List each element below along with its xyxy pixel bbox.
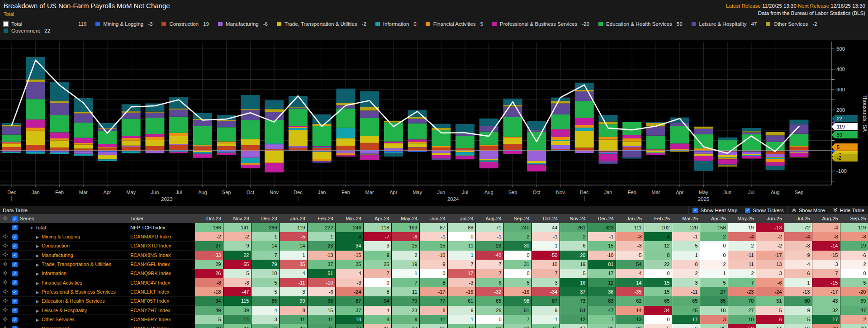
- row-checkbox[interactable]: ✓: [10, 324, 20, 328]
- ticker[interactable]: ECANMAYU Index: [130, 234, 172, 239]
- table-row-manufacturing[interactable]: ✓▶ManufacturingECANX8NS Index-332271-13-…: [0, 251, 868, 260]
- series-name[interactable]: Education & Health Services: [42, 298, 104, 304]
- legend-item-education-health-services[interactable]: Education & Health Services59: [598, 21, 683, 27]
- legend-item-professional-business-services[interactable]: Professional & Business Services-20: [492, 21, 589, 27]
- expand-caret-icon[interactable]: ▶: [36, 272, 42, 276]
- table-row-professional-business-services[interactable]: ✓▶Professional & Business ServicesECANLL…: [0, 287, 868, 296]
- legend-item-mining-logging[interactable]: Mining & Logging-3: [95, 21, 152, 27]
- show-tickers-toggle[interactable]: ✓ Show Tickers: [741, 206, 787, 214]
- series-name[interactable]: Trade, Transportation & Utilities: [42, 261, 111, 267]
- ticker[interactable]: ECANQ9RK Index: [130, 271, 171, 276]
- row-checkbox[interactable]: ✓: [10, 296, 20, 305]
- move-icon[interactable]: [3, 289, 8, 294]
- row-checkbox[interactable]: ✓: [10, 315, 20, 324]
- row-checkbox[interactable]: ✓: [10, 278, 20, 287]
- expand-caret-icon[interactable]: ▶: [36, 244, 42, 248]
- move-icon[interactable]: [3, 317, 8, 322]
- legend-item-other-services[interactable]: Other Services-2: [766, 21, 817, 27]
- ticker[interactable]: ECANRXTD Index: [130, 243, 171, 248]
- month-column-header[interactable]: Dec-23: [251, 214, 279, 223]
- expand-caret-icon[interactable]: ▶: [36, 299, 42, 304]
- checkbox-icon[interactable]: ✓: [12, 290, 18, 295]
- month-column-header[interactable]: Jun-25: [756, 214, 784, 223]
- month-column-header[interactable]: Feb-25: [644, 214, 672, 223]
- row-checkbox[interactable]: ✓: [10, 287, 20, 296]
- table-row-financial-activities[interactable]: ✓▶Financial ActivitiesECAN9C4V Index-8-3…: [0, 278, 868, 287]
- row-checkbox[interactable]: ✓: [10, 306, 20, 315]
- checkbox-icon[interactable]: ✓: [12, 317, 18, 323]
- series-name[interactable]: Professional & Business Services: [42, 289, 116, 295]
- month-column-header[interactable]: Sep-24: [503, 214, 531, 223]
- month-column-header[interactable]: Oct-24: [531, 214, 560, 223]
- series-name[interactable]: Government: [42, 326, 69, 328]
- ticker[interactable]: ECAN4GFL Index: [130, 261, 170, 267]
- table-row-leisure-hospitality[interactable]: ✓▶Leisure & HospitalityECANYZH7 Index493…: [0, 306, 868, 315]
- expand-caret-icon[interactable]: ▶: [36, 254, 42, 258]
- move-icon[interactable]: [3, 261, 8, 266]
- data-table[interactable]: ✓SeriesTickerOct-23Nov-23Dec-23Jan-24Feb…: [0, 214, 868, 328]
- series-name[interactable]: Construction: [42, 243, 70, 248]
- month-column-header[interactable]: Mar-25: [672, 214, 700, 223]
- series-name[interactable]: Total: [35, 225, 46, 230]
- month-column-header[interactable]: Mar-24: [335, 214, 363, 223]
- legend-item-financial-activities[interactable]: Financial Activities5: [426, 21, 483, 27]
- checkbox-icon[interactable]: ✓: [12, 225, 18, 230]
- month-column-header[interactable]: Jan-25: [616, 214, 644, 223]
- month-column-header[interactable]: Oct-23: [195, 214, 223, 223]
- month-column-header[interactable]: Aug-24: [475, 214, 503, 223]
- series-name[interactable]: Financial Activities: [42, 280, 82, 285]
- month-column-header[interactable]: Jun-24: [419, 214, 447, 223]
- checkbox-icon[interactable]: ✓: [12, 299, 18, 304]
- legend-item-trade-transportation-utilities[interactable]: Trade, Transportation & Utilities-2: [277, 21, 366, 27]
- legend-item-construction[interactable]: Construction19: [161, 21, 209, 27]
- ticker[interactable]: ECANF05T Index: [130, 298, 169, 304]
- move-icon[interactable]: [3, 280, 8, 285]
- move-icon[interactable]: [3, 216, 8, 221]
- ticker[interactable]: NFP TCH Index: [130, 225, 165, 230]
- legend-item-manufacturing[interactable]: Manufacturing-6: [218, 21, 268, 27]
- month-column-header[interactable]: Sep-25: [840, 214, 868, 223]
- move-icon[interactable]: [3, 326, 8, 328]
- checkbox-icon[interactable]: ✓: [12, 216, 18, 222]
- ticker[interactable]: ECAN56JA Index: [130, 326, 169, 328]
- table-row-construction[interactable]: ✓▶ConstructionECANRXTD Index279141423343…: [0, 241, 868, 250]
- table-row-government[interactable]: ✓▶GovernmentECAN56JA Index694456467177-1…: [0, 324, 868, 328]
- table-row-trade-transportation-utilities[interactable]: ✓▶Trade, Transportation & UtilitiesECAN4…: [0, 260, 868, 269]
- series-name[interactable]: Information: [42, 271, 66, 276]
- checkbox-icon[interactable]: ✓: [12, 280, 18, 285]
- month-column-header[interactable]: May-24: [391, 214, 419, 223]
- move-icon[interactable]: [3, 243, 8, 248]
- table-row-information[interactable]: ✓▶InformationECANQ9RK Index-26510451-4-7…: [0, 269, 868, 278]
- series-name[interactable]: Other Services: [42, 317, 75, 322]
- series-name[interactable]: Leisure & Hospitality: [42, 308, 87, 313]
- row-checkbox[interactable]: ✓: [10, 223, 20, 232]
- row-checkbox[interactable]: ✓: [10, 241, 20, 250]
- legend-item-total[interactable]: Total119: [4, 21, 86, 27]
- checkbox-icon[interactable]: ✓: [745, 208, 750, 213]
- month-column-header[interactable]: Jul-24: [447, 214, 475, 223]
- row-checkbox[interactable]: ✓: [10, 269, 20, 278]
- show-more-button[interactable]: Show More: [787, 206, 829, 214]
- checkbox-icon[interactable]: ✓: [12, 308, 18, 313]
- legend-item-government[interactable]: Government22: [4, 28, 50, 33]
- row-checkbox[interactable]: ✓: [10, 251, 20, 260]
- expand-caret-icon[interactable]: ▶: [36, 309, 42, 313]
- series-column-header[interactable]: Series: [20, 214, 130, 223]
- month-column-header[interactable]: Feb-24: [307, 214, 335, 223]
- checkbox-icon[interactable]: ✓: [12, 252, 18, 258]
- hide-table-button[interactable]: Hide Table: [829, 206, 868, 214]
- legend-item-information[interactable]: Information0: [375, 21, 417, 27]
- table-row-total[interactable]: ✓▼TotalNFP TCH Index18614126911922224611…: [0, 223, 868, 232]
- payrolls-stacked-bar-chart[interactable]: 500400300200-100DecJanFebMarAprMayJunJul…: [0, 40, 868, 206]
- ticker[interactable]: ECANLLKT Index: [130, 289, 170, 295]
- select-all-checkbox[interactable]: ✓: [10, 214, 20, 223]
- checkbox-icon[interactable]: ✓: [12, 234, 18, 240]
- month-column-header[interactable]: Nov-24: [560, 214, 588, 223]
- row-checkbox[interactable]: ✓: [10, 260, 20, 269]
- table-row-education-health-services[interactable]: ✓▶Education & Health ServicesECANF05T In…: [0, 296, 868, 305]
- series-name[interactable]: Mining & Logging: [42, 234, 80, 239]
- month-column-header[interactable]: Dec-24: [588, 214, 616, 223]
- collapse-caret-icon[interactable]: ▼: [30, 226, 35, 230]
- ticker[interactable]: ECANX8NS Index: [130, 252, 171, 258]
- checkbox-icon[interactable]: ✓: [12, 271, 18, 276]
